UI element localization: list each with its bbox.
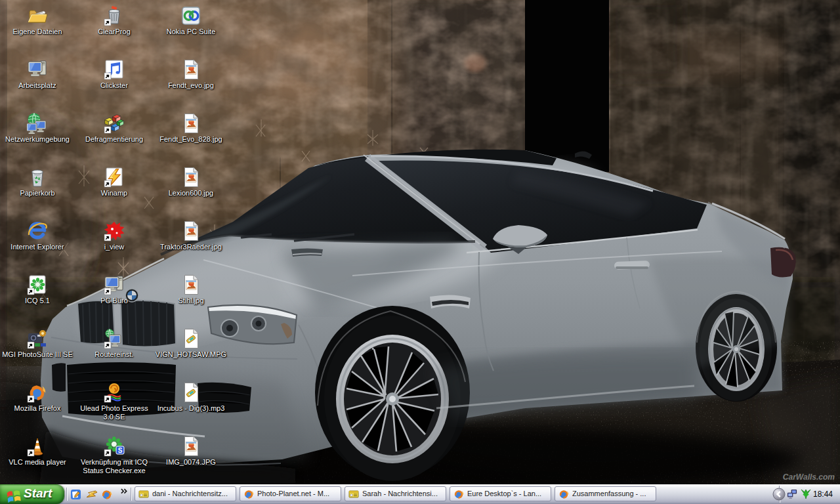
svg-text:CarWalls.com: CarWalls.com [783, 472, 835, 482]
